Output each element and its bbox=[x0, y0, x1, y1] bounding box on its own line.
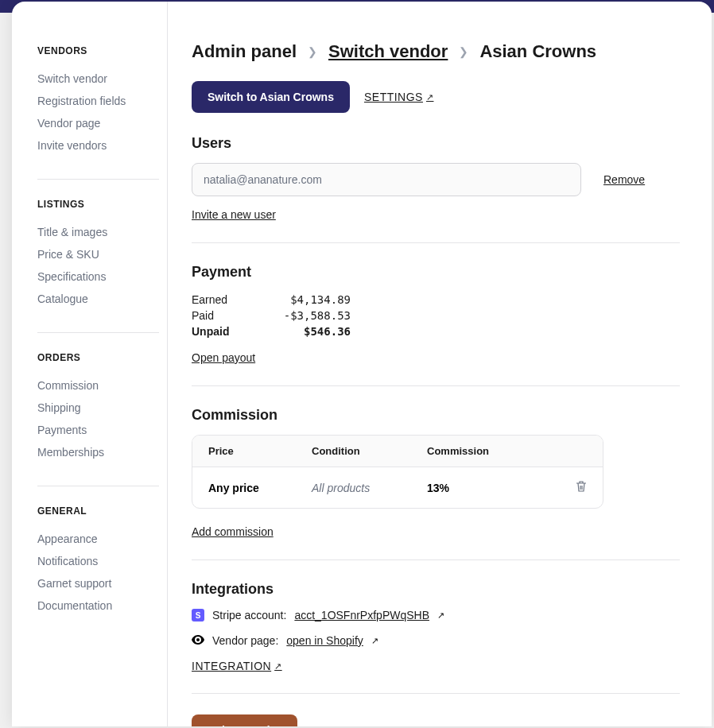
sidebar-divider bbox=[37, 179, 159, 180]
row-commission: 13% bbox=[427, 482, 563, 494]
sidebar-item-catalogue[interactable]: Catalogue bbox=[37, 288, 167, 310]
section-divider bbox=[192, 385, 680, 386]
sidebar-item-shipping[interactable]: Shipping bbox=[37, 397, 167, 419]
stripe-label: Stripe account: bbox=[212, 609, 286, 622]
sidebar-item-specifications[interactable]: Specifications bbox=[37, 265, 167, 288]
payment-paid-value: -$3,588.53 bbox=[284, 309, 351, 322]
external-link-icon: ↗ bbox=[437, 610, 444, 621]
remove-user-link[interactable]: Remove bbox=[603, 173, 645, 186]
breadcrumb-root: Admin panel bbox=[192, 41, 297, 62]
external-link-icon: ↗ bbox=[274, 661, 282, 672]
sidebar-item-switch-vendor[interactable]: Switch vendor bbox=[37, 68, 167, 90]
row-price: Any price bbox=[208, 482, 312, 494]
sidebar-heading-orders: ORDERS bbox=[37, 352, 167, 363]
payment-heading: Payment bbox=[192, 264, 680, 281]
breadcrumb: Admin panel ❯ Switch vendor ❯ Asian Crow… bbox=[192, 41, 680, 62]
sidebar-divider bbox=[37, 486, 159, 486]
payment-unpaid-value: $546.36 bbox=[304, 325, 351, 338]
add-commission-link[interactable]: Add commission bbox=[192, 525, 274, 538]
vendor-page-link-text: open in Shopify bbox=[286, 634, 363, 647]
section-divider bbox=[192, 242, 680, 243]
payment-earned-value: $4,134.89 bbox=[290, 293, 351, 306]
row-condition: All products bbox=[312, 482, 427, 494]
eye-icon bbox=[192, 634, 204, 647]
sidebar-item-vendor-page[interactable]: Vendor page bbox=[37, 112, 167, 134]
section-divider bbox=[192, 560, 680, 560]
external-link-icon: ↗ bbox=[371, 636, 378, 646]
sidebar-item-commission[interactable]: Commission bbox=[37, 374, 167, 397]
sidebar-item-notifications[interactable]: Notifications bbox=[37, 550, 167, 572]
sidebar-item-documentation[interactable]: Documentation bbox=[37, 594, 167, 617]
section-divider bbox=[192, 693, 680, 694]
stripe-account-link[interactable]: acct_1OSFnrPxfpPWqSHB bbox=[294, 609, 429, 622]
sidebar-item-invite-vendors[interactable]: Invite vendors bbox=[37, 134, 167, 157]
main-content: Admin panel ❯ Switch vendor ❯ Asian Crow… bbox=[168, 2, 712, 726]
stripe-icon: S bbox=[192, 609, 204, 622]
delete-vendor-button[interactable]: Delete vendor bbox=[192, 714, 297, 726]
stripe-account-id: acct_1OSFnrPxfpPWqSHB bbox=[294, 609, 429, 622]
sidebar-item-memberships[interactable]: Memberships bbox=[37, 441, 167, 463]
col-price-header: Price bbox=[208, 445, 312, 457]
col-commission-header: Commission bbox=[427, 445, 563, 457]
external-link-icon: ↗ bbox=[426, 92, 434, 103]
admin-panel: VENDORS Switch vendor Registration field… bbox=[12, 2, 712, 726]
sidebar-heading-listings: LISTINGS bbox=[37, 199, 167, 210]
chevron-right-icon: ❯ bbox=[459, 45, 468, 58]
vendor-page-label: Vendor page: bbox=[212, 634, 278, 647]
switch-vendor-button[interactable]: Switch to Asian Crowns bbox=[192, 81, 350, 113]
payment-earned-label: Earned bbox=[192, 293, 290, 306]
breadcrumb-switch-vendor[interactable]: Switch vendor bbox=[328, 41, 448, 62]
sidebar-item-price-sku[interactable]: Price & SKU bbox=[37, 243, 167, 265]
sidebar-item-payments[interactable]: Payments bbox=[37, 419, 167, 441]
settings-link-label: SETTINGS bbox=[364, 91, 423, 103]
chevron-right-icon: ❯ bbox=[308, 45, 317, 58]
sidebar-item-appearance[interactable]: Appearance bbox=[37, 528, 167, 550]
integrations-heading: Integrations bbox=[192, 581, 680, 598]
payment-unpaid-label: Unpaid bbox=[192, 325, 304, 338]
users-heading: Users bbox=[192, 135, 680, 152]
integration-link[interactable]: INTEGRATION ↗ bbox=[192, 660, 282, 672]
sidebar-item-title-images[interactable]: Title & images bbox=[37, 221, 167, 243]
vendor-page-link[interactable]: open in Shopify bbox=[286, 634, 363, 647]
sidebar: VENDORS Switch vendor Registration field… bbox=[12, 2, 168, 726]
commission-heading: Commission bbox=[192, 407, 680, 424]
open-payout-link[interactable]: Open payout bbox=[192, 351, 255, 364]
sidebar-item-registration-fields[interactable]: Registration fields bbox=[37, 90, 167, 112]
sidebar-heading-general: GENERAL bbox=[37, 505, 167, 517]
trash-icon[interactable] bbox=[576, 482, 587, 495]
commission-table: Price Condition Commission Any price All… bbox=[192, 435, 603, 509]
sidebar-divider bbox=[37, 332, 159, 333]
breadcrumb-leaf: Asian Crowns bbox=[479, 41, 596, 62]
sidebar-item-garnet-support[interactable]: Garnet support bbox=[37, 572, 167, 594]
user-email-input[interactable] bbox=[192, 163, 581, 196]
table-row: Any price All products 13% bbox=[192, 467, 603, 508]
settings-link[interactable]: SETTINGS ↗ bbox=[364, 91, 434, 103]
payment-paid-label: Paid bbox=[192, 309, 284, 322]
sidebar-heading-vendors: VENDORS bbox=[37, 45, 167, 56]
invite-user-link[interactable]: Invite a new user bbox=[192, 208, 276, 221]
integration-link-label: INTEGRATION bbox=[192, 660, 271, 672]
col-condition-header: Condition bbox=[312, 445, 427, 457]
